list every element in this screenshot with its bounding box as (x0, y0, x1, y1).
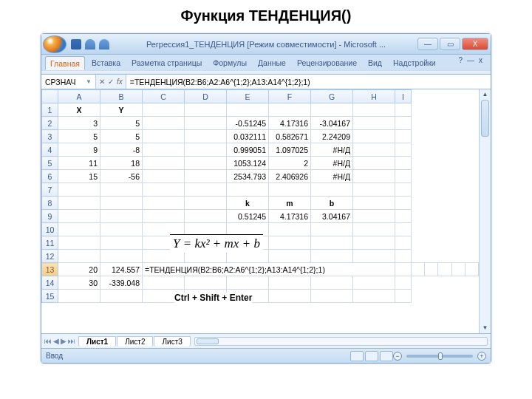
cell-A6[interactable]: 15 (58, 170, 100, 183)
close-button[interactable]: X (462, 38, 488, 50)
cell-C2[interactable] (143, 117, 185, 130)
save-icon[interactable] (71, 39, 81, 50)
cell-F15[interactable] (269, 290, 311, 303)
maximize-button[interactable]: ▭ (440, 38, 460, 50)
cell-F14[interactable] (269, 276, 311, 290)
cell-H10[interactable] (353, 223, 395, 236)
tab-review[interactable]: Рецензирование (293, 56, 361, 70)
row-header-14[interactable]: 14 (42, 276, 58, 290)
cell-D6[interactable] (185, 170, 227, 183)
cell-H14[interactable] (353, 276, 395, 290)
cell-F7[interactable] (269, 183, 311, 197)
cell-H15[interactable] (353, 290, 395, 303)
mdi-minimize-icon[interactable]: — (467, 56, 474, 70)
cell-C13[interactable]: =ТЕНДЕНЦИЯ(B2:B6;A2:A6^{1;2};A13:A14^{1;… (143, 263, 395, 276)
cell-F5[interactable]: 2 (269, 157, 311, 170)
row-header-11[interactable]: 11 (42, 236, 58, 250)
sheet-tab-3[interactable]: Лист3 (154, 336, 190, 347)
cell-A2[interactable]: 3 (58, 117, 100, 130)
cell-H3[interactable] (353, 130, 395, 143)
col-header-D[interactable]: D (185, 90, 227, 103)
scroll-thumb[interactable] (481, 100, 489, 137)
cell-C5[interactable] (143, 157, 185, 170)
cell-B4[interactable]: -8 (100, 143, 143, 157)
cell-A15[interactable] (58, 290, 100, 303)
cell-B3[interactable]: 5 (100, 130, 143, 143)
cell-F11[interactable] (269, 236, 311, 250)
row-header-12[interactable]: 12 (42, 250, 58, 263)
cell-H8[interactable] (353, 197, 395, 210)
cell-A13[interactable]: 20 (58, 263, 100, 276)
cell-H11[interactable] (353, 236, 395, 250)
cell-H4[interactable] (353, 143, 395, 157)
cell-D14[interactable] (185, 276, 227, 290)
zoom-out-button[interactable]: − (393, 352, 402, 361)
spreadsheet-table[interactable]: ABCDEFGHI1XY235-0.512454.17316-3.0416735… (41, 89, 479, 303)
cell-A9[interactable] (58, 210, 100, 223)
cell-H5[interactable] (353, 157, 395, 170)
cell-H2[interactable] (353, 117, 395, 130)
cell-I7[interactable] (395, 183, 412, 197)
cell-B13[interactable]: 124.557 (100, 263, 143, 276)
row-header-8[interactable]: 8 (42, 197, 58, 210)
cell-A4[interactable]: 9 (58, 143, 100, 157)
cell-F1[interactable] (269, 103, 311, 117)
grid[interactable]: ABCDEFGHI1XY235-0.512454.17316-3.0416735… (41, 89, 479, 333)
enter-icon[interactable]: ✓ (108, 78, 114, 86)
cell-B7[interactable] (100, 183, 143, 197)
col-header-H[interactable]: H (353, 90, 395, 103)
cell-G2[interactable]: -3.04167 (311, 117, 353, 130)
cell-B12[interactable] (100, 250, 143, 263)
cell-A8[interactable] (58, 197, 100, 210)
cell-I8[interactable] (395, 197, 412, 210)
zoom-in-button[interactable]: + (477, 352, 486, 361)
cell-G5[interactable]: #Н/Д (311, 157, 353, 170)
cell-E9[interactable]: 0.51245 (227, 210, 269, 223)
cell-A7[interactable] (58, 183, 100, 197)
cell-I4[interactable] (395, 143, 412, 157)
cell-F13[interactable] (425, 263, 438, 276)
cell-A14[interactable]: 30 (58, 276, 100, 290)
cell-D2[interactable] (185, 117, 227, 130)
cell-C1[interactable] (143, 103, 185, 117)
col-header-E[interactable]: E (227, 90, 269, 103)
cell-D13[interactable] (395, 263, 412, 276)
cell-B5[interactable]: 18 (100, 157, 143, 170)
cell-B14[interactable]: -339.048 (100, 276, 143, 290)
cell-E8[interactable]: k (227, 197, 269, 210)
row-header-5[interactable]: 5 (42, 157, 58, 170)
cell-G12[interactable] (311, 250, 353, 263)
cell-F9[interactable]: 4.17316 (269, 210, 311, 223)
cell-H7[interactable] (353, 183, 395, 197)
row-header-1[interactable]: 1 (42, 103, 58, 117)
cell-F8[interactable]: m (269, 197, 311, 210)
cell-I11[interactable] (395, 236, 412, 250)
row-header-13[interactable]: 13 (42, 263, 58, 276)
cell-I15[interactable] (395, 290, 412, 303)
cell-G7[interactable] (311, 183, 353, 197)
view-page-break-icon[interactable] (380, 351, 393, 361)
tab-home[interactable]: Главная (45, 56, 85, 70)
cell-G14[interactable] (311, 276, 353, 290)
view-page-layout-icon[interactable] (365, 351, 378, 361)
cell-F3[interactable]: 0.582671 (269, 130, 311, 143)
row-header-2[interactable]: 2 (42, 117, 58, 130)
row-header-3[interactable]: 3 (42, 130, 58, 143)
cell-G3[interactable]: 2.24209 (311, 130, 353, 143)
row-header-7[interactable]: 7 (42, 183, 58, 197)
cell-I2[interactable] (395, 117, 412, 130)
cell-G4[interactable]: #Н/Д (311, 143, 353, 157)
cell-F10[interactable] (269, 223, 311, 236)
select-all-corner[interactable] (42, 90, 58, 103)
cell-F6[interactable]: 2.406926 (269, 170, 311, 183)
cell-C7[interactable] (143, 183, 185, 197)
col-header-F[interactable]: F (269, 90, 311, 103)
cell-A1[interactable]: X (58, 103, 100, 117)
cell-G1[interactable] (311, 103, 353, 117)
cell-A3[interactable]: 5 (58, 130, 100, 143)
cell-I1[interactable] (395, 103, 412, 117)
cell-D4[interactable] (185, 143, 227, 157)
cell-E3[interactable]: 0.032111 (227, 130, 269, 143)
cancel-icon[interactable]: ✕ (99, 78, 105, 86)
cell-E13[interactable] (412, 263, 425, 276)
